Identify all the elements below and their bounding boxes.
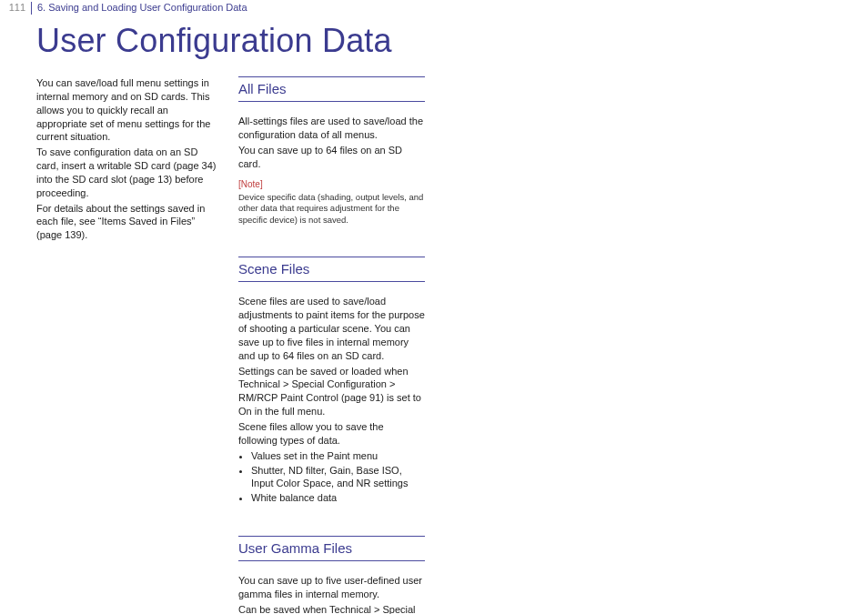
page-number: 111 [0,2,25,13]
scenefiles-p3: Scene files allow you to save the follow… [238,420,425,448]
usergamma-p1: You can save up to five user-defined use… [238,574,425,601]
header-divider [31,2,32,15]
intro-p1: You can save/load full menu settings in … [36,76,218,144]
bullet-item: Values set in the Paint menu [251,449,425,463]
intro-p3: For details about the settings saved in … [36,202,218,243]
section-all-files: All Files All-settings files are used to… [238,76,425,226]
note-body: Device specific data (shading, output le… [238,192,425,226]
intro-column: You can save/load full menu settings in … [36,76,218,244]
main-column: All Files All-settings files are used to… [238,76,425,614]
page-header: 111 6. Saving and Loading User Configura… [0,2,868,15]
scenefiles-p1: Scene files are used to save/load adjust… [238,295,425,362]
bullet-item: Shutter, ND filter, Gain, Base ISO, Inpu… [251,464,425,491]
heading-scene-files: Scene Files [238,257,425,282]
scenefiles-bullets: Values set in the Paint menu Shutter, ND… [238,449,425,505]
bullet-item: White balance data [251,491,425,505]
intro-p2: To save configuration data on an SD card… [36,146,218,199]
section-scene-files: Scene Files Scene files are used to save… [238,257,425,505]
usergamma-p2: Can be saved when Technical > Special Co… [238,603,425,614]
page-title: User Configuration Data [36,22,392,60]
section-user-gamma: User Gamma Files You can save up to five… [238,536,425,614]
heading-all-files: All Files [238,76,425,102]
scenefiles-p2: Settings can be saved or loaded when Tec… [238,365,425,418]
chapter-title: 6. Saving and Loading User Configuration… [37,2,247,13]
allfiles-p1: All-settings files are used to save/load… [238,115,425,142]
allfiles-p2: You can save up to 64 files on an SD car… [238,144,425,171]
heading-user-gamma: User Gamma Files [238,536,425,561]
note-label: [Note] [238,178,425,191]
